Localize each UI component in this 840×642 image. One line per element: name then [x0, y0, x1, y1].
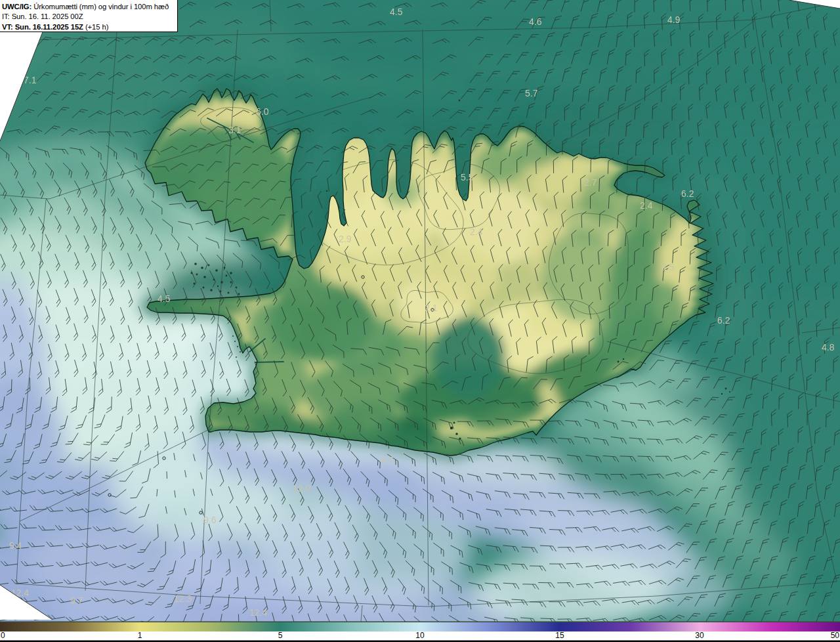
svg-text:9.4: 9.4 — [9, 540, 22, 551]
svg-text:3.1: 3.1 — [228, 125, 242, 135]
svg-text:2.4: 2.4 — [470, 226, 483, 237]
svg-text:10: 10 — [415, 631, 425, 640]
svg-text:9.7: 9.7 — [70, 595, 83, 606]
svg-text:6.2: 6.2 — [681, 188, 694, 199]
svg-text:12.0: 12.0 — [293, 483, 310, 494]
svg-text:4.7: 4.7 — [381, 455, 394, 465]
svg-text:2.4: 2.4 — [640, 200, 653, 211]
svg-text:12.4: 12.4 — [249, 607, 267, 618]
svg-text:5.5: 5.5 — [461, 172, 474, 182]
svg-text:4.8: 4.8 — [822, 342, 835, 353]
svg-text:4.9: 4.9 — [667, 14, 681, 25]
svg-text:2.1: 2.1 — [425, 303, 438, 313]
svg-text:1: 1 — [138, 631, 142, 640]
svg-text:4.5: 4.5 — [390, 7, 403, 17]
svg-text:4.6: 4.6 — [529, 16, 542, 27]
svg-text:15: 15 — [555, 631, 564, 640]
svg-text:5: 5 — [278, 631, 283, 640]
svg-text:0: 0 — [1, 631, 5, 640]
svg-text:30: 30 — [695, 631, 704, 640]
svg-text:6.2: 6.2 — [717, 315, 730, 326]
svg-text:9.6: 9.6 — [203, 515, 217, 525]
svg-text:2.5: 2.5 — [662, 262, 675, 272]
svg-text:50: 50 — [831, 631, 840, 640]
svg-text:4.5: 4.5 — [158, 293, 171, 304]
svg-text:2.9: 2.9 — [339, 234, 352, 244]
svg-text:2.7: 2.7 — [584, 177, 597, 188]
svg-text:12.3: 12.3 — [174, 593, 192, 604]
svg-text:5.7: 5.7 — [525, 88, 538, 98]
svg-text:6.0: 6.0 — [256, 106, 269, 117]
